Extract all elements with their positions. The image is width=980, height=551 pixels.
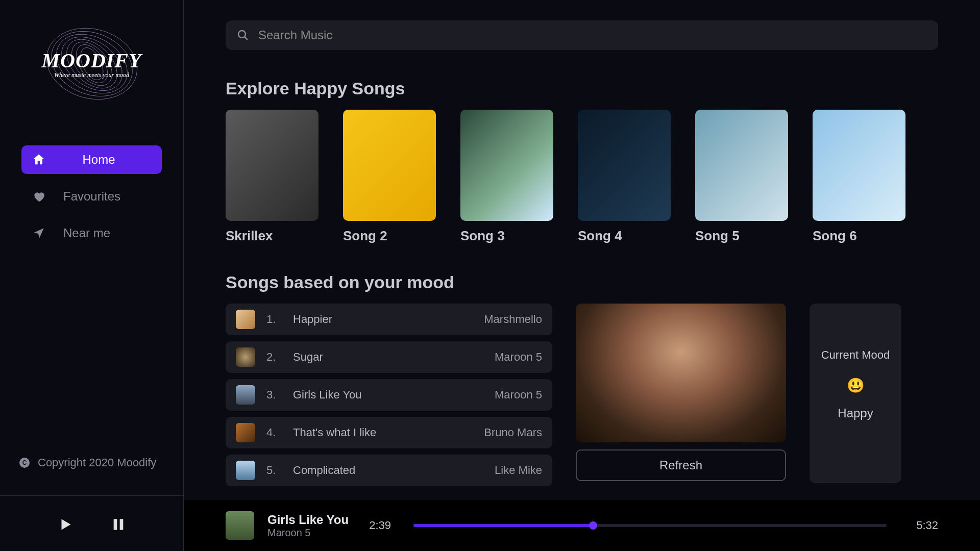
copyright: C Copyright 2020 Moodify	[0, 456, 183, 469]
brand-name: MOODIFY	[42, 48, 142, 72]
heart-icon	[32, 189, 46, 204]
track-row[interactable]: 2. Sugar Maroon 5	[226, 341, 552, 373]
player-bar: Girls Like You Maroon 5 2:39 5:32	[184, 500, 980, 551]
home-icon	[32, 153, 46, 167]
search-bar[interactable]	[226, 20, 938, 50]
player-thumb	[226, 511, 254, 540]
player-progress-knob[interactable]	[589, 521, 597, 530]
song-cover	[695, 110, 788, 221]
track-row[interactable]: 5. Complicated Like Mike	[226, 455, 552, 486]
track-artist: Like Mike	[495, 464, 542, 477]
mood-name: Happy	[838, 406, 873, 420]
track-artist: Marshmello	[484, 313, 542, 326]
song-title: Song 2	[343, 228, 436, 244]
track-thumb	[236, 310, 255, 329]
player-total: 5:32	[916, 519, 938, 532]
mood-center: Refresh	[576, 304, 786, 481]
track-index: 3.	[266, 388, 282, 402]
song-title: Song 5	[695, 228, 788, 244]
mood-list-title: Songs based on your mood	[226, 272, 938, 292]
svg-line-13	[244, 37, 248, 40]
track-thumb	[236, 423, 255, 442]
svg-rect-10	[113, 519, 117, 530]
sidebar-item-label: Favourites	[60, 189, 152, 204]
song-card[interactable]: Song 4	[578, 110, 671, 244]
player-progress[interactable]	[413, 524, 887, 527]
player-artist: Maroon 5	[267, 527, 349, 539]
song-cover	[460, 110, 553, 221]
song-title: Song 6	[813, 228, 905, 244]
main-content: Explore Happy Songs Skrillex Song 2 Song…	[184, 0, 980, 551]
svg-rect-11	[119, 519, 123, 530]
mood-heading: Current Mood	[821, 348, 890, 362]
track-index: 4.	[266, 426, 282, 439]
mood-list: 1. Happier Marshmello 2. Sugar Maroon 5 …	[226, 304, 552, 486]
explore-title: Explore Happy Songs	[226, 79, 938, 98]
song-cover	[343, 110, 436, 221]
copyright-text: Copyright 2020 Moodify	[38, 456, 156, 469]
pause-button[interactable]	[107, 513, 130, 536]
sidebar-nav: Home Favourites Near me	[0, 145, 183, 256]
mood-emoji-icon: 😃	[847, 377, 865, 394]
mood-area: 1. Happier Marshmello 2. Sugar Maroon 5 …	[226, 304, 938, 486]
sidebar-item-label: Home	[46, 153, 152, 167]
explore-row: Skrillex Song 2 Song 3 Song 4 Song 5 Son…	[226, 110, 938, 244]
sidebar-item-home[interactable]: Home	[21, 145, 162, 174]
brand-tagline: Where music meets your mood	[42, 71, 142, 79]
copyright-icon: C	[18, 457, 31, 469]
song-title: Song 4	[578, 228, 671, 244]
track-row[interactable]: 3. Girls Like You Maroon 5	[226, 379, 552, 411]
track-name: Complicated	[293, 464, 483, 477]
track-name: Girls Like You	[293, 388, 483, 402]
song-title: Skrillex	[226, 228, 318, 244]
player-info: Girls Like You Maroon 5	[267, 513, 349, 539]
sidebar-item-label: Near me	[60, 226, 152, 240]
song-cover	[226, 110, 318, 221]
track-row[interactable]: 1. Happier Marshmello	[226, 304, 552, 335]
track-name: Sugar	[293, 350, 483, 364]
location-arrow-icon	[32, 226, 46, 240]
track-artist: Maroon 5	[495, 388, 542, 402]
player-progress-fill	[413, 524, 593, 527]
svg-point-12	[238, 31, 246, 38]
mood-badge: Current Mood 😃 Happy	[810, 304, 901, 483]
refresh-button[interactable]: Refresh	[576, 449, 786, 481]
search-icon	[237, 29, 249, 41]
webcam-preview	[576, 304, 786, 442]
track-thumb	[236, 385, 255, 405]
track-thumb	[236, 347, 255, 367]
song-card[interactable]: Song 2	[343, 110, 436, 244]
song-title: Song 3	[460, 228, 553, 244]
sidebar-item-near-me[interactable]: Near me	[21, 219, 162, 247]
track-index: 2.	[266, 350, 282, 364]
track-thumb	[236, 461, 255, 480]
player-title: Girls Like You	[267, 513, 349, 527]
track-index: 1.	[266, 313, 282, 326]
sidebar-item-favourites[interactable]: Favourites	[21, 182, 162, 211]
logo: MOODIFY Where music meets your mood	[0, 13, 183, 145]
track-index: 5.	[266, 464, 282, 477]
song-card[interactable]: Song 3	[460, 110, 553, 244]
song-card[interactable]: Song 6	[813, 110, 905, 244]
sidebar-player-controls	[0, 495, 183, 536]
track-artist: Bruno Mars	[484, 426, 542, 439]
song-card[interactable]: Skrillex	[226, 110, 318, 244]
track-name: Happier	[293, 313, 473, 326]
song-cover	[813, 110, 905, 221]
sidebar: MOODIFY Where music meets your mood Home…	[0, 0, 184, 551]
svg-text:C: C	[22, 459, 27, 466]
song-card[interactable]: Song 5	[695, 110, 788, 244]
play-button[interactable]	[54, 513, 77, 536]
player-elapsed: 2:39	[369, 519, 391, 532]
track-row[interactable]: 4. That's what I like Bruno Mars	[226, 417, 552, 448]
track-artist: Maroon 5	[495, 350, 542, 364]
track-name: That's what I like	[293, 426, 473, 439]
song-cover	[578, 110, 671, 221]
search-input[interactable]	[258, 28, 927, 42]
